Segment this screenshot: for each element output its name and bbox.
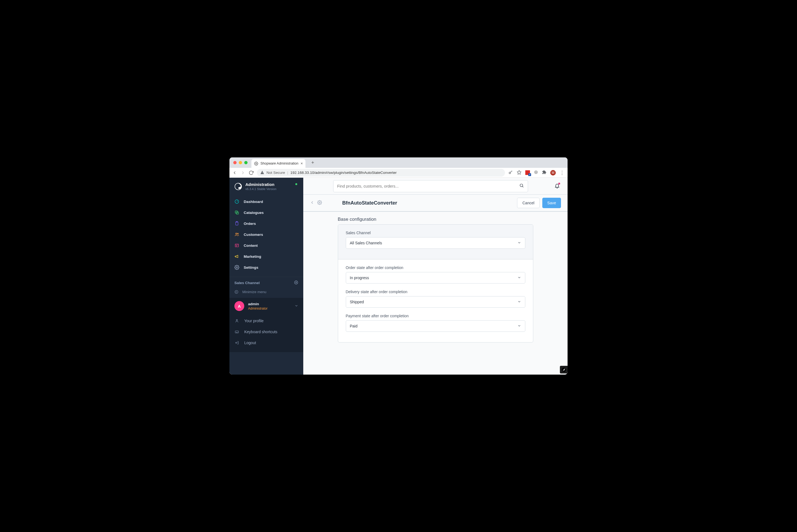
minimize-window-icon[interactable] <box>239 161 242 164</box>
extension-badge-icon[interactable] <box>525 170 530 175</box>
sidebar-user-card[interactable]: A admin Administrator <box>230 298 303 314</box>
extension-gear-icon[interactable] <box>534 170 538 175</box>
browser-tab[interactable]: Shopware Administration × <box>251 159 306 168</box>
window-controls <box>232 161 250 164</box>
sidebar-item-orders[interactable]: Orders <box>230 218 303 229</box>
chevron-down-icon <box>517 300 521 304</box>
cancel-button[interactable]: Cancel <box>517 198 540 208</box>
not-secure-icon <box>260 170 264 175</box>
field-label: Payment state after order completion <box>346 314 525 318</box>
gear-icon[interactable] <box>317 200 322 206</box>
svg-rect-17 <box>235 331 238 333</box>
page-title: BfnAutoStateConverter <box>342 200 397 206</box>
add-sales-channel-icon[interactable] <box>294 280 298 285</box>
sidebar-item-settings[interactable]: Settings <box>230 262 303 273</box>
logout-icon <box>234 340 239 345</box>
sidebar-item-label: Dashboard <box>244 200 263 204</box>
svg-point-3 <box>536 172 537 173</box>
chrome-menu-icon[interactable]: ⋮ <box>560 170 565 176</box>
sidebar-version: v6.3.4.1 Stable Version <box>246 187 298 191</box>
config-card: Sales Channel All Sales Channels Order s… <box>338 224 533 343</box>
key-icon[interactable] <box>508 170 513 175</box>
bell-icon <box>555 185 560 189</box>
new-tab-button[interactable]: + <box>309 159 316 167</box>
select-value: Paid <box>350 324 358 328</box>
chevron-down-icon <box>517 241 521 245</box>
sidebar-item-label: Marketing <box>244 254 261 259</box>
svg-point-10 <box>236 233 237 234</box>
sidebar-item-label: Logout <box>244 341 256 345</box>
sidebar-item-label: Content <box>244 244 258 248</box>
sidebar-item-profile[interactable]: Your profile <box>230 315 303 326</box>
main-content: BfnAutoStateConverter Cancel Save Base c… <box>303 178 567 375</box>
layout-icon <box>234 243 239 248</box>
payment-state-select[interactable]: Paid <box>346 320 525 332</box>
chrome-actions: M ⋮ <box>508 170 565 176</box>
chevron-down-icon <box>294 304 298 308</box>
svg-point-19 <box>319 202 320 203</box>
user-name: admin <box>248 302 291 306</box>
select-value: In progress <box>350 276 369 280</box>
close-window-icon[interactable] <box>233 161 237 164</box>
delivery-state-select[interactable]: Shipped <box>346 296 525 308</box>
save-button[interactable]: Save <box>542 198 561 208</box>
shopware-logo-icon <box>234 183 242 190</box>
topbar <box>303 178 567 195</box>
close-tab-icon[interactable]: × <box>301 161 303 166</box>
back-icon[interactable] <box>310 200 314 206</box>
svg-point-13 <box>236 267 238 268</box>
sidebar-item-label: Catalogues <box>244 211 264 215</box>
gauge-icon <box>234 199 239 204</box>
user-avatar: A <box>234 301 244 311</box>
chrome-toolbar: Not Secure | 192.168.33.10/admin#/sw/plu… <box>230 168 567 178</box>
tab-title: Shopware Administration <box>260 162 298 165</box>
clipboard-icon <box>234 221 239 226</box>
svg-point-1 <box>509 172 511 174</box>
sidebar-item-label: Orders <box>244 222 256 226</box>
back-icon[interactable] <box>232 170 237 175</box>
svg-point-15 <box>235 290 238 293</box>
chevron-down-icon <box>517 276 521 280</box>
sidebar-item-marketing[interactable]: Marketing <box>230 251 303 262</box>
sidebar-item-label: Your profile <box>244 319 264 323</box>
notification-dot-icon <box>558 183 560 185</box>
sidebar-item-customers[interactable]: Customers <box>230 229 303 240</box>
notifications-button[interactable] <box>555 183 560 189</box>
forward-icon[interactable] <box>240 170 246 175</box>
page-header: BfnAutoStateConverter Cancel Save <box>303 195 567 212</box>
sidebar-item-catalogues[interactable]: Catalogues <box>230 207 303 218</box>
chrome-tab-strip: Shopware Administration × + <box>230 157 567 168</box>
svg-point-0 <box>256 163 257 164</box>
minimize-label: Minimize menu <box>242 290 266 294</box>
status-dot-icon <box>295 183 297 185</box>
chrome-profile-avatar[interactable]: M <box>550 170 556 175</box>
sidebar-item-keyboard[interactable]: Keyboard shortcuts <box>230 326 303 337</box>
select-value: All Sales Channels <box>350 241 382 245</box>
sales-channel-select[interactable]: All Sales Channels <box>346 237 525 249</box>
minimize-menu-button[interactable]: Minimize menu <box>230 287 303 297</box>
states-block: Order state after order completion In pr… <box>338 260 533 342</box>
url-bar[interactable]: Not Secure | 192.168.33.10/admin#/sw/plu… <box>257 169 505 177</box>
keyboard-icon <box>234 329 239 334</box>
global-search[interactable] <box>333 180 528 192</box>
maximize-window-icon[interactable] <box>244 161 248 164</box>
sidebar-item-logout[interactable]: Logout <box>230 337 303 348</box>
reload-icon[interactable] <box>249 170 254 175</box>
star-icon[interactable] <box>517 170 522 175</box>
extensions-icon[interactable] <box>542 170 546 175</box>
sidebar-item-dashboard[interactable]: Dashboard <box>230 196 303 207</box>
search-icon <box>519 183 524 189</box>
sidebar: Administration v6.3.4.1 Stable Version D… <box>230 178 303 375</box>
search-input[interactable] <box>337 184 519 188</box>
sidebar-header: Administration v6.3.4.1 Stable Version <box>230 178 303 193</box>
sidebar-title: Administration <box>246 182 298 187</box>
url-text: 192.168.33.10/admin#/sw/plugin/settings/… <box>290 171 397 175</box>
field-label: Delivery state after order completion <box>346 290 525 294</box>
user-role: Administrator <box>248 307 291 310</box>
symfony-badge-icon[interactable] <box>560 366 567 374</box>
svg-rect-12 <box>235 244 238 247</box>
order-state-select[interactable]: In progress <box>346 272 525 284</box>
users-icon <box>234 232 239 237</box>
field-label: Sales Channel <box>346 231 525 235</box>
sidebar-item-content[interactable]: Content <box>230 240 303 251</box>
